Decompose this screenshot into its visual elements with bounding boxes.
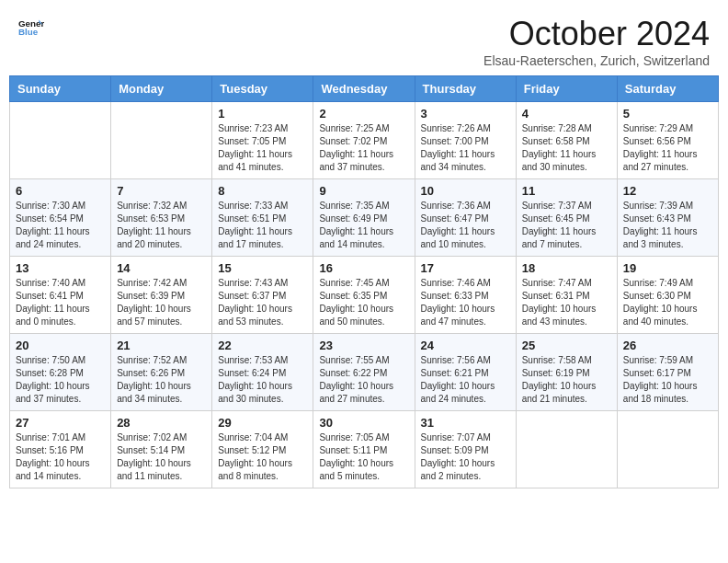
day-of-week-header: Saturday xyxy=(617,76,718,102)
day-of-week-header: Sunday xyxy=(10,76,111,102)
cell-info: Sunrise: 7:01 AM Sunset: 5:16 PM Dayligh… xyxy=(16,431,105,483)
day-of-week-header: Monday xyxy=(111,76,212,102)
calendar-cell: 31Sunrise: 7:07 AM Sunset: 5:09 PM Dayli… xyxy=(415,411,516,488)
calendar-cell: 28Sunrise: 7:02 AM Sunset: 5:14 PM Dayli… xyxy=(111,411,212,488)
calendar-cell xyxy=(10,102,111,179)
day-of-week-header: Friday xyxy=(516,76,617,102)
day-number: 29 xyxy=(218,416,307,430)
day-number: 22 xyxy=(218,339,307,352)
cell-info: Sunrise: 7:04 AM Sunset: 5:12 PM Dayligh… xyxy=(218,431,307,483)
calendar-week-row: 20Sunrise: 7:50 AM Sunset: 6:28 PM Dayli… xyxy=(10,334,719,411)
calendar-cell: 12Sunrise: 7:39 AM Sunset: 6:43 PM Dayli… xyxy=(617,179,718,257)
calendar-cell: 9Sunrise: 7:35 AM Sunset: 6:49 PM Daylig… xyxy=(313,179,415,257)
calendar-cell: 14Sunrise: 7:42 AM Sunset: 6:39 PM Dayli… xyxy=(111,257,212,334)
location-subtitle: Elsau-Raeterschen, Zurich, Switzerland xyxy=(483,53,710,68)
day-number: 20 xyxy=(16,339,105,352)
day-number: 30 xyxy=(319,416,408,430)
calendar-cell: 16Sunrise: 7:45 AM Sunset: 6:35 PM Dayli… xyxy=(313,257,415,334)
calendar-cell: 1Sunrise: 7:23 AM Sunset: 7:05 PM Daylig… xyxy=(212,102,313,179)
calendar-cell xyxy=(111,102,212,179)
logo: General Blue xyxy=(18,15,44,40)
svg-text:Blue: Blue xyxy=(18,27,39,37)
day-number: 2 xyxy=(319,107,408,121)
day-number: 25 xyxy=(522,339,611,352)
calendar-week-row: 6Sunrise: 7:30 AM Sunset: 6:54 PM Daylig… xyxy=(10,179,719,257)
calendar-cell: 17Sunrise: 7:46 AM Sunset: 6:33 PM Dayli… xyxy=(415,257,516,334)
calendar-cell xyxy=(516,411,617,488)
day-number: 27 xyxy=(16,416,105,430)
day-number: 16 xyxy=(319,261,408,275)
cell-info: Sunrise: 7:32 AM Sunset: 6:53 PM Dayligh… xyxy=(117,200,206,251)
day-number: 14 xyxy=(117,261,206,275)
day-number: 31 xyxy=(421,416,510,430)
logo-icon: General Blue xyxy=(18,15,44,40)
calendar-cell: 15Sunrise: 7:43 AM Sunset: 6:37 PM Dayli… xyxy=(212,257,313,334)
cell-info: Sunrise: 7:46 AM Sunset: 6:33 PM Dayligh… xyxy=(421,277,510,328)
day-of-week-header: Wednesday xyxy=(313,76,415,102)
cell-info: Sunrise: 7:40 AM Sunset: 6:41 PM Dayligh… xyxy=(16,277,105,328)
cell-info: Sunrise: 7:35 AM Sunset: 6:49 PM Dayligh… xyxy=(319,200,408,251)
cell-info: Sunrise: 7:05 AM Sunset: 5:11 PM Dayligh… xyxy=(319,431,408,483)
day-number: 23 xyxy=(319,339,408,352)
calendar-cell: 25Sunrise: 7:58 AM Sunset: 6:19 PM Dayli… xyxy=(516,334,617,411)
cell-info: Sunrise: 7:25 AM Sunset: 7:02 PM Dayligh… xyxy=(319,122,408,174)
day-number: 9 xyxy=(319,184,408,198)
calendar-cell xyxy=(617,411,718,488)
cell-info: Sunrise: 7:07 AM Sunset: 5:09 PM Dayligh… xyxy=(421,431,510,483)
day-number: 11 xyxy=(522,184,611,198)
day-number: 4 xyxy=(522,107,611,121)
calendar-table: SundayMondayTuesdayWednesdayThursdayFrid… xyxy=(9,75,719,488)
cell-info: Sunrise: 7:26 AM Sunset: 7:00 PM Dayligh… xyxy=(421,122,510,174)
cell-info: Sunrise: 7:45 AM Sunset: 6:35 PM Dayligh… xyxy=(319,277,408,328)
cell-info: Sunrise: 7:42 AM Sunset: 6:39 PM Dayligh… xyxy=(117,277,206,328)
title-block: October 2024 Elsau-Raeterschen, Zurich, … xyxy=(483,15,710,68)
calendar-cell: 7Sunrise: 7:32 AM Sunset: 6:53 PM Daylig… xyxy=(111,179,212,257)
cell-info: Sunrise: 7:39 AM Sunset: 6:43 PM Dayligh… xyxy=(623,200,712,251)
day-number: 6 xyxy=(16,184,105,198)
calendar-cell: 11Sunrise: 7:37 AM Sunset: 6:45 PM Dayli… xyxy=(516,179,617,257)
page-header: General Blue October 2024 Elsau-Raetersc… xyxy=(0,0,728,75)
calendar-cell: 3Sunrise: 7:26 AM Sunset: 7:00 PM Daylig… xyxy=(415,102,516,179)
day-header-row: SundayMondayTuesdayWednesdayThursdayFrid… xyxy=(10,76,719,102)
calendar-cell: 18Sunrise: 7:47 AM Sunset: 6:31 PM Dayli… xyxy=(516,257,617,334)
day-of-week-header: Tuesday xyxy=(212,76,313,102)
calendar-cell: 20Sunrise: 7:50 AM Sunset: 6:28 PM Dayli… xyxy=(10,334,111,411)
calendar-cell: 21Sunrise: 7:52 AM Sunset: 6:26 PM Dayli… xyxy=(111,334,212,411)
cell-info: Sunrise: 7:50 AM Sunset: 6:28 PM Dayligh… xyxy=(16,354,105,406)
calendar-cell: 4Sunrise: 7:28 AM Sunset: 6:58 PM Daylig… xyxy=(516,102,617,179)
cell-info: Sunrise: 7:30 AM Sunset: 6:54 PM Dayligh… xyxy=(16,200,105,251)
calendar-cell: 22Sunrise: 7:53 AM Sunset: 6:24 PM Dayli… xyxy=(212,334,313,411)
cell-info: Sunrise: 7:59 AM Sunset: 6:17 PM Dayligh… xyxy=(623,354,712,406)
calendar-week-row: 1Sunrise: 7:23 AM Sunset: 7:05 PM Daylig… xyxy=(10,102,719,179)
day-of-week-header: Thursday xyxy=(415,76,516,102)
cell-info: Sunrise: 7:53 AM Sunset: 6:24 PM Dayligh… xyxy=(218,354,307,406)
calendar-cell: 19Sunrise: 7:49 AM Sunset: 6:30 PM Dayli… xyxy=(617,257,718,334)
calendar-cell: 10Sunrise: 7:36 AM Sunset: 6:47 PM Dayli… xyxy=(415,179,516,257)
calendar-cell: 26Sunrise: 7:59 AM Sunset: 6:17 PM Dayli… xyxy=(617,334,718,411)
day-number: 24 xyxy=(421,339,510,352)
calendar-cell: 30Sunrise: 7:05 AM Sunset: 5:11 PM Dayli… xyxy=(313,411,415,488)
calendar-cell: 2Sunrise: 7:25 AM Sunset: 7:02 PM Daylig… xyxy=(313,102,415,179)
cell-info: Sunrise: 7:37 AM Sunset: 6:45 PM Dayligh… xyxy=(522,200,611,251)
calendar-week-row: 27Sunrise: 7:01 AM Sunset: 5:16 PM Dayli… xyxy=(10,411,719,488)
cell-info: Sunrise: 7:43 AM Sunset: 6:37 PM Dayligh… xyxy=(218,277,307,328)
day-number: 21 xyxy=(117,339,206,352)
day-number: 12 xyxy=(623,184,712,198)
calendar-cell: 27Sunrise: 7:01 AM Sunset: 5:16 PM Dayli… xyxy=(10,411,111,488)
calendar-cell: 6Sunrise: 7:30 AM Sunset: 6:54 PM Daylig… xyxy=(10,179,111,257)
calendar-cell: 13Sunrise: 7:40 AM Sunset: 6:41 PM Dayli… xyxy=(10,257,111,334)
day-number: 5 xyxy=(623,107,712,121)
cell-info: Sunrise: 7:56 AM Sunset: 6:21 PM Dayligh… xyxy=(421,354,510,406)
month-year-title: October 2024 xyxy=(483,15,710,53)
cell-info: Sunrise: 7:33 AM Sunset: 6:51 PM Dayligh… xyxy=(218,200,307,251)
cell-info: Sunrise: 7:47 AM Sunset: 6:31 PM Dayligh… xyxy=(522,277,611,328)
cell-info: Sunrise: 7:52 AM Sunset: 6:26 PM Dayligh… xyxy=(117,354,206,406)
cell-info: Sunrise: 7:28 AM Sunset: 6:58 PM Dayligh… xyxy=(522,122,611,174)
day-number: 28 xyxy=(117,416,206,430)
day-number: 8 xyxy=(218,184,307,198)
cell-info: Sunrise: 7:55 AM Sunset: 6:22 PM Dayligh… xyxy=(319,354,408,406)
cell-info: Sunrise: 7:36 AM Sunset: 6:47 PM Dayligh… xyxy=(421,200,510,251)
cell-info: Sunrise: 7:29 AM Sunset: 6:56 PM Dayligh… xyxy=(623,122,712,174)
day-number: 15 xyxy=(218,261,307,275)
day-number: 7 xyxy=(117,184,206,198)
